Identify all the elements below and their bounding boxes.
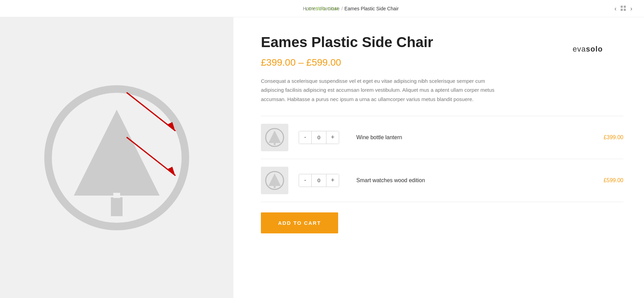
variant-price-2: £599.00 bbox=[603, 177, 623, 184]
product-details-panel: evasolo Eames Plastic Side Chair £399.00… bbox=[233, 17, 644, 298]
breadcrumb-sep2: / bbox=[341, 6, 343, 11]
product-image-area bbox=[0, 17, 233, 298]
svg-rect-3 bbox=[113, 193, 120, 198]
brand-name-light: eva bbox=[573, 45, 586, 53]
top-navigation-bar: LOYSEO.COM Home / Furniture / Eames Plas… bbox=[0, 0, 644, 17]
variant-icon-1 bbox=[264, 127, 285, 148]
quantity-control-2: - + bbox=[299, 174, 339, 187]
product-title: Eames Plastic Side Chair bbox=[261, 34, 623, 50]
breadcrumb: Home / Furniture / Eames Plastic Side Ch… bbox=[303, 6, 399, 11]
product-description: Consequat a scelerisque suspendisse vel … bbox=[261, 77, 501, 104]
qty-input-1[interactable] bbox=[311, 131, 326, 144]
variant-name-2: Smart watches wood edition bbox=[356, 177, 597, 184]
main-layout: evasolo Eames Plastic Side Chair £399.00… bbox=[0, 17, 644, 298]
product-header: evasolo Eames Plastic Side Chair bbox=[261, 31, 623, 57]
breadcrumb-sep1: / bbox=[318, 6, 319, 11]
qty-input-2[interactable] bbox=[311, 174, 326, 187]
breadcrumb-home[interactable]: Home bbox=[303, 6, 315, 11]
next-button[interactable]: › bbox=[629, 3, 634, 13]
arrow-indicator-2 bbox=[120, 131, 196, 206]
variant-name-1: Wine bottle lantern bbox=[356, 134, 597, 141]
qty-minus-btn-2[interactable]: - bbox=[299, 174, 311, 187]
qty-minus-btn-1[interactable]: - bbox=[299, 131, 311, 144]
qty-plus-btn-1[interactable]: + bbox=[326, 131, 339, 144]
nav-arrows: ‹ › bbox=[613, 3, 634, 13]
quantity-control-1: - + bbox=[299, 131, 339, 144]
grid-view-icon[interactable] bbox=[621, 6, 626, 11]
variant-row-2: - + Smart watches wood edition £599.00 bbox=[261, 159, 623, 202]
variant-icon-2 bbox=[264, 170, 285, 191]
svg-line-4 bbox=[127, 93, 175, 131]
brand-name-bold: solo bbox=[586, 45, 603, 53]
svg-marker-9 bbox=[268, 131, 281, 143]
breadcrumb-furniture[interactable]: Furniture bbox=[320, 6, 340, 11]
svg-rect-13 bbox=[274, 185, 276, 188]
variant-thumb-1 bbox=[261, 124, 288, 151]
variant-row-1: - + Wine bottle lantern £399.00 bbox=[261, 116, 623, 159]
svg-marker-12 bbox=[268, 174, 281, 186]
brand-logo: evasolo bbox=[573, 45, 603, 54]
prev-button[interactable]: ‹ bbox=[613, 3, 618, 13]
qty-plus-btn-2[interactable]: + bbox=[326, 174, 339, 187]
svg-rect-10 bbox=[274, 142, 276, 145]
svg-line-6 bbox=[127, 137, 175, 175]
product-price: £399.00 – £599.00 bbox=[261, 57, 623, 68]
variant-thumb-2 bbox=[261, 167, 288, 194]
add-to-cart-button[interactable]: ADD TO CART bbox=[261, 212, 338, 233]
breadcrumb-current: Eames Plastic Side Chair bbox=[344, 6, 399, 11]
variant-price-1: £399.00 bbox=[603, 134, 623, 141]
